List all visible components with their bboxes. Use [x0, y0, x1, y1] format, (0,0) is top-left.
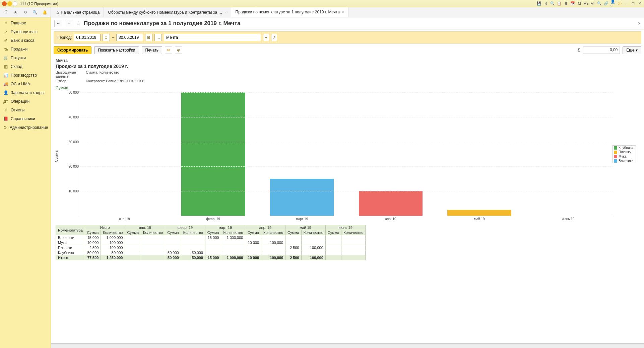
- sidebar-item[interactable]: ılОтчеты: [0, 106, 51, 114]
- tab[interactable]: ⌂Начальная страница: [52, 7, 104, 17]
- sidebar-item-icon: ⚙: [3, 125, 7, 130]
- sidebar-item[interactable]: 🛒Покупки: [0, 54, 51, 62]
- sidebar: ≡Главное↗Руководителю₽Банк и касса🛍Прода…: [0, 17, 51, 348]
- sidebar-item-label: ОС и НМА: [11, 82, 30, 86]
- link-icon[interactable]: 🔗: [604, 1, 608, 6]
- filter-bar: Период: 🗓 – 🗓 ... ▾ ↗: [54, 31, 641, 44]
- org-input[interactable]: [164, 34, 261, 41]
- export-icon[interactable]: ⊕: [175, 47, 182, 54]
- sidebar-item[interactable]: 🛍Продажи: [0, 45, 51, 54]
- info-icon[interactable]: ⓘ: [617, 1, 622, 6]
- tab-close-icon[interactable]: ×: [225, 10, 227, 14]
- back-button[interactable]: ←: [54, 20, 62, 27]
- sidebar-item[interactable]: ⚙Администрирование: [0, 123, 51, 132]
- close-icon[interactable]: ✕: [637, 1, 642, 6]
- search-icon[interactable]: 🔍: [33, 10, 38, 15]
- org-open-icon[interactable]: ↗: [271, 34, 277, 41]
- sidebar-item-icon: ≡: [3, 21, 8, 25]
- period-more-button[interactable]: ...: [154, 34, 162, 41]
- sidebar-item-label: Главное: [11, 21, 26, 25]
- bar: [447, 210, 511, 216]
- calendar-icon[interactable]: 📅: [570, 1, 575, 6]
- legend-swatch: [614, 155, 617, 158]
- tab-close-icon[interactable]: ×: [342, 10, 344, 14]
- sidebar-item-label: Зарплата и кадры: [11, 90, 44, 95]
- legend-label: Мука: [619, 155, 627, 158]
- sidebar-item[interactable]: ↗Руководителю: [0, 27, 51, 36]
- sidebar-item[interactable]: ≡Главное: [0, 19, 51, 27]
- preview-icon[interactable]: 🔍: [550, 1, 555, 6]
- sidebar-item-label: Производство: [11, 73, 37, 78]
- legend-label: Плюшки: [619, 150, 632, 154]
- sidebar-item-icon: ıl: [3, 108, 8, 112]
- sidebar-item[interactable]: ₽Банк и касса: [0, 36, 51, 45]
- out-label: Выводимые данные:: [56, 70, 86, 78]
- sidebar-item-label: Администрирование: [10, 125, 48, 130]
- sum-value: 0,00: [583, 47, 620, 54]
- mail-icon[interactable]: ✉: [165, 47, 172, 54]
- date-from-input[interactable]: [74, 34, 101, 41]
- bell-icon[interactable]: 🔔: [42, 10, 47, 15]
- sidebar-item[interactable]: 👤Зарплата и кадры: [0, 88, 51, 97]
- sidebar-item-label: Банк и касса: [11, 38, 35, 43]
- quickbar: ⠿ ★ ↻ 🔍 🔔: [0, 7, 51, 17]
- history-icon[interactable]: ↻: [23, 10, 28, 15]
- star-icon[interactable]: ★: [13, 10, 18, 15]
- forward-button[interactable]: →: [65, 20, 73, 27]
- calc-icon[interactable]: 🖩: [564, 1, 568, 6]
- sidebar-item-icon: ▥: [3, 64, 8, 69]
- page-header: ← → ☆ Продажи по номенклатуре за 1 полуг…: [51, 17, 644, 29]
- data-table: НоменклатураИтогоянв. 19февр. 19март 19а…: [56, 225, 366, 260]
- sidebar-item-label: Справочники: [11, 116, 35, 121]
- x-tick: июнь 19: [524, 216, 613, 221]
- minimize-icon[interactable]: –: [624, 1, 629, 6]
- legend-label: Блинчики: [619, 159, 633, 163]
- date-to-input[interactable]: [116, 34, 143, 41]
- legend-label: Клубника: [619, 146, 633, 150]
- tab[interactable]: Продажи по номенклатуре за 1 полугодие 2…: [231, 7, 348, 17]
- page-close-icon[interactable]: ×: [638, 21, 641, 26]
- calendar-to-icon[interactable]: 🗓: [145, 34, 152, 41]
- bar-slot: февр. 19: [169, 92, 258, 216]
- tab[interactable]: Обороты между субконто Номенклатура и Ко…: [104, 7, 231, 17]
- sidebar-item[interactable]: 📕Справочники: [0, 114, 51, 123]
- sidebar-item-label: Покупки: [11, 56, 26, 60]
- m-icon[interactable]: M: [577, 1, 582, 6]
- bar-slot: апр. 19: [346, 92, 435, 216]
- y-tick: 30 000: [66, 140, 79, 144]
- sidebar-item[interactable]: 📊Производство: [0, 71, 51, 80]
- sidebar-item[interactable]: ▥Склад: [0, 62, 51, 71]
- sidebar-item-label: Руководителю: [11, 29, 38, 34]
- dropdown-icon[interactable]: [7, 1, 12, 6]
- clipboard-icon[interactable]: 📋: [557, 1, 562, 6]
- print-icon[interactable]: 🖨: [543, 1, 548, 6]
- y-tick: 10 000: [66, 189, 79, 193]
- calendar-from-icon[interactable]: 🗓: [103, 34, 110, 41]
- more-button[interactable]: Еще ▾: [623, 46, 641, 54]
- maximize-icon[interactable]: ◻: [631, 1, 635, 6]
- chart-caption: Сумма: [56, 86, 639, 90]
- report-body: Мечта Продажи за 1 полугодие 2019 г. Выв…: [51, 57, 644, 343]
- user-icon[interactable]: 👤я: [610, 1, 615, 6]
- generate-button[interactable]: Сформировать: [54, 46, 91, 54]
- report-title: Продажи за 1 полугодие 2019 г.: [56, 64, 639, 69]
- h-scrollbar[interactable]: [51, 343, 644, 348]
- favorite-star-icon[interactable]: ☆: [76, 21, 81, 26]
- apps-icon[interactable]: ⠿: [3, 10, 8, 15]
- sidebar-item[interactable]: 🚚ОС и НМА: [0, 80, 51, 88]
- m-minus-icon[interactable]: M-: [590, 1, 595, 6]
- save-icon[interactable]: 💾: [537, 1, 541, 6]
- m-plus-icon[interactable]: M+: [584, 1, 588, 6]
- x-tick: май 19: [435, 216, 524, 221]
- settings-button[interactable]: Показать настройки: [94, 46, 139, 54]
- y-tick: 40 000: [66, 115, 79, 119]
- search-icon[interactable]: 🔍: [597, 1, 602, 6]
- org-dropdown-icon[interactable]: ▾: [263, 34, 269, 41]
- legend-item: Блинчики: [613, 159, 636, 163]
- sidebar-item[interactable]: ДтОперации: [0, 97, 51, 106]
- print-button[interactable]: Печать: [142, 46, 162, 54]
- sidebar-item-label: Продажи: [11, 47, 27, 52]
- x-tick: март 19: [258, 216, 346, 221]
- legend-item: Плюшки: [613, 150, 636, 154]
- sidebar-item-icon: 👤: [3, 90, 8, 95]
